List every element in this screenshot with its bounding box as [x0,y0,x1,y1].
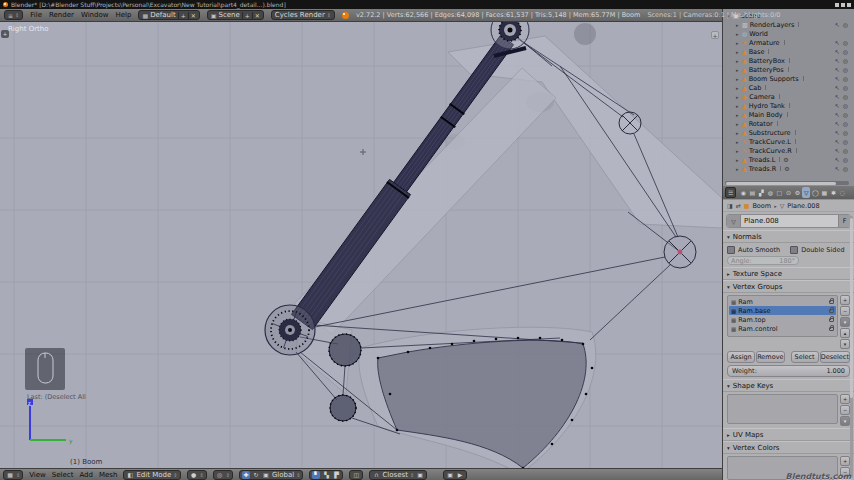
restrict-select-icon[interactable]: ↖ [835,165,840,172]
expand-icon[interactable]: ▸ [736,67,740,73]
outliner-item-label[interactable]: Cab [749,84,762,92]
add-vertex-color-button[interactable]: + [840,456,850,466]
menu-file[interactable]: File [30,11,42,19]
outliner-item-label[interactable]: TrackCurve.R [749,147,792,155]
scale-manipulator-button[interactable]: ▣ [262,471,270,479]
scene-selector[interactable]: ▣ Scene + ✕ [207,10,264,20]
restrict-select-icon[interactable]: ↖ [835,66,840,73]
scrollbar-thumb[interactable] [850,218,853,398]
translate-manipulator-button[interactable]: ✚ [242,471,250,479]
vertex-group-name[interactable]: Ram [738,298,753,306]
outliner-row-trackcurve-r[interactable]: ▸ ∿ TrackCurve.R ↖◎ [723,146,854,155]
restrict-render-icon[interactable]: ◎ [843,165,848,172]
weight-slider[interactable]: Weight: 1.000 [727,365,850,377]
checkbox-icon[interactable] [727,246,735,254]
expand-icon[interactable]: ▸ [736,166,740,172]
tab-modifiers[interactable]: ⚙ [793,187,801,198]
remove-shape-key-button[interactable]: − [840,405,850,415]
tab-render[interactable]: ◉ [739,187,747,198]
outliner-row-hydro-tank[interactable]: ▸ ▲ Hydro Tank ↖◎ [723,101,854,110]
lock-icon[interactable] [829,300,834,304]
outliner-row-treads-r[interactable]: ▸ ▲ Treads.R ⚙ ↖◎ [723,164,854,173]
tab-world[interactable]: ◍ [766,187,774,198]
pivot-point-selector[interactable]: ◎ ⇕ [213,470,233,480]
outliner-row-substructure[interactable]: ▸ ▲ Substructure ↖◎ [723,128,854,137]
crosshair-empty[interactable] [664,236,696,268]
panel-header-vertex-colors[interactable]: ▾ Vertex Colors [723,441,854,454]
outliner-row-treads-l[interactable]: ▸ ▲ Treads.L ⚙ ↖◎ [723,155,854,164]
expand-icon[interactable]: ▸ [736,121,740,127]
outliner-row-cab[interactable]: ▸ ▲ Cab ↖◎ [723,83,854,92]
deselect-button[interactable]: Deselect [820,351,850,363]
vertex-group-name[interactable]: Ram.control [738,325,777,333]
viewport-canvas[interactable] [0,22,722,468]
restrict-select-icon[interactable]: ↖ [835,138,840,145]
restrict-render-icon[interactable]: ◎ [843,102,848,109]
occlude-toggle[interactable]: ◫ [349,470,363,480]
restrict-select-icon[interactable]: ↖ [835,84,840,91]
mode-selector[interactable]: ◧ Edit Mode ⇕ [123,470,180,480]
select-button[interactable]: Select [791,351,819,363]
menu-select[interactable]: Select [52,471,74,479]
lock-icon[interactable] [829,327,834,331]
restrict-render-icon[interactable]: ◎ [843,156,848,163]
mesh-data-icon[interactable]: ▽ [727,215,741,227]
vertex-select-button[interactable]: ▘ [312,471,320,479]
edge-select-button[interactable]: ▚ [322,471,330,479]
fake-user-button[interactable]: F [838,215,850,227]
scrollbar-thumb[interactable] [726,182,836,185]
remove-button[interactable]: Remove [756,351,784,363]
outliner-item-label[interactable]: Treads.L [749,156,776,164]
restrict-select-icon[interactable]: ↖ [835,129,840,136]
menu-mesh[interactable]: Mesh [99,471,117,479]
restrict-render-icon[interactable]: ◎ [843,21,848,28]
menu-window[interactable]: Window [81,11,109,19]
operator-panel-thumbnail[interactable] [25,348,65,390]
vertex-group-row-selected[interactable]: ▦ Ram.base [729,306,836,315]
orientation-value[interactable]: Global [272,471,294,479]
breadcrumb-object[interactable]: Boom [752,202,771,210]
vertex-group-row[interactable]: ▦ Ram [729,297,836,306]
outliner-row-batterypos[interactable]: ▸ ▲ BatteryPos ↖◎ [723,65,854,74]
restrict-select-icon[interactable]: ↖ [835,75,840,82]
add-layout-button[interactable]: + [178,12,186,19]
restrict-render-icon[interactable]: ◎ [843,57,848,64]
outliner-horizontal-scrollbar[interactable] [725,181,849,185]
properties-scrollbar[interactable] [850,216,853,478]
angle-slider[interactable]: Angle: 180° [727,256,799,265]
hydraulic-ram-mesh[interactable] [292,35,527,329]
3d-viewport[interactable]: Right Ortho + + Last: (Deselect All (1) … [0,22,722,468]
vertex-group-name[interactable]: Ram.top [738,316,765,324]
restrict-select-icon[interactable]: ↖ [835,48,840,55]
outliner-item-label[interactable]: Boom Supports [749,75,799,83]
tab-physics[interactable]: ◌ [838,187,846,198]
expand-icon[interactable]: ▸ [736,157,740,163]
outliner-item-label[interactable]: Camera [749,93,775,101]
tab-object-data[interactable]: ▽ [802,187,810,198]
bucket-pivot-wheel[interactable] [265,305,315,355]
auto-smooth-checkbox[interactable]: Auto Smooth [727,246,780,254]
outliner-row-world[interactable]: ▸ ◍ World [723,29,854,38]
expand-icon[interactable]: ▸ [736,40,740,46]
snap-mode-value[interactable]: Closest [382,471,407,479]
editor-type-selector[interactable]: ☰ [725,187,736,198]
outliner-item-label[interactable]: Base [749,48,765,56]
maximize-button[interactable] [841,3,845,7]
panel-header-normals[interactable]: ▾ Normals [723,230,854,243]
tab-texture[interactable]: ▦ [820,187,828,198]
outliner-row-armature[interactable]: ▸ ✦ Armature ↖◎ [723,38,854,47]
restrict-render-icon[interactable]: ◎ [843,66,848,73]
menu-help[interactable]: Help [115,11,131,19]
expand-icon[interactable]: ▸ [736,139,740,145]
outliner-item-label[interactable]: Treads.R [749,165,777,173]
expand-icon[interactable]: ▸ [736,22,740,28]
add-vertex-group-button[interactable]: + [840,295,850,305]
delete-scene-button[interactable]: ✕ [252,12,260,19]
restrict-select-icon[interactable]: ↖ [835,111,840,118]
outliner-item-label[interactable]: Rotator [749,120,773,128]
assign-button[interactable]: Assign [727,351,755,363]
panel-header-shape-keys[interactable]: ▾ Shape Keys [723,379,854,392]
editor-type-selector[interactable]: ≡ ⇕ [4,10,23,20]
cycle-icon[interactable]: ⇄ [736,202,741,209]
restrict-select-icon[interactable]: ↖ [835,102,840,109]
